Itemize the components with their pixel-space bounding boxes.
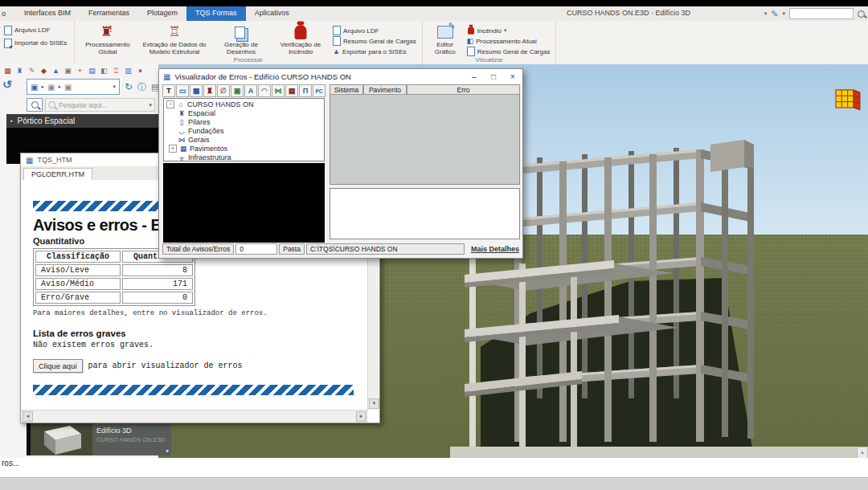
mini-toolbar-icon[interactable]: ♖ (112, 67, 121, 75)
bowtie-tool-icon[interactable]: ⋈ (272, 84, 285, 97)
grid-tool-icon[interactable]: ▦ (190, 84, 203, 97)
htm-window-title: TQS_HTM (37, 156, 72, 164)
scroll-left-icon[interactable]: ◂ (23, 411, 33, 422)
edificio-3d-list-item[interactable]: Edifício 3D CURSO HANDS ON.E3D ▾ (27, 423, 171, 455)
titlebar-search-input[interactable] (789, 8, 854, 19)
mini-toolbar-icon[interactable]: ▦ (3, 67, 12, 75)
col-erro[interactable]: Erro (407, 84, 520, 95)
mini-toolbar-icon[interactable]: ▲ (51, 67, 60, 75)
error-preview-pane[interactable] (163, 163, 325, 243)
group-label-visualizar: Visualizar (423, 56, 556, 63)
panel-search-input[interactable]: Pesquise aqui... ▾ (45, 98, 155, 112)
tab-plotagem[interactable]: Plotagem (138, 6, 186, 21)
processamento-atual-button[interactable]: ◧ Processamento Atual (465, 36, 553, 46)
scroll-down-icon[interactable]: ▾ (369, 398, 379, 409)
mini-toolbar-icon[interactable]: ▥ (124, 67, 133, 75)
status-text: ros... (2, 459, 19, 468)
expand-icon[interactable]: + (169, 145, 177, 153)
pc-tool-icon[interactable]: PC (313, 84, 326, 97)
tree-item-gerais[interactable]: ⋈ Gerais (164, 135, 324, 144)
arquivo-ldf-2-button[interactable]: Arquivo LDF (330, 26, 419, 35)
null-tool-icon[interactable]: ∅ (217, 84, 230, 97)
resumo-cargas-button[interactable]: Resumo Geral de Cargas (330, 36, 419, 46)
maximize-button[interactable]: □ (484, 72, 503, 81)
tree-item-espacial[interactable]: ♜ Espacial (164, 108, 324, 117)
tree-root-curso-hands-on[interactable]: − ⌂ CURSO HANDS ON (164, 100, 324, 108)
col-sistema[interactable]: Sistema (330, 84, 363, 95)
htm-horizontal-scrollbar[interactable]: ◂ ▸ (21, 410, 368, 423)
tree-item-infraestrutura[interactable]: ╥ Infraestrutura (164, 153, 324, 161)
collapse-icon[interactable]: − (166, 100, 174, 108)
text-tool-icon[interactable]: T (162, 84, 175, 97)
ribbon-tabs: Interfaces BIM Ferramentas Plotagem TQS … (15, 6, 298, 21)
pillars-tool-icon[interactable]: Π (299, 84, 312, 97)
reload-icon[interactable]: ↺ (2, 78, 12, 91)
structure-tool-icon[interactable]: ♜ (203, 84, 216, 97)
chevron-down-icon[interactable]: ▾ (166, 447, 169, 455)
dialog-toolbar: T ▭ ▦ ♜ ∅ ▣ A ◠ ⋈ ▤ Π PC PV (162, 84, 342, 97)
cell-label: Aviso/Leve (35, 264, 121, 276)
tree-item-fundacoes[interactable]: ◡ Fundações (164, 126, 324, 135)
extracao-dados-button[interactable]: ♖ Extração de Dados do Modelo Estrutural (137, 22, 211, 56)
slab-tool-icon[interactable]: ▣ (231, 84, 244, 97)
processamento-global-button[interactable]: ♜! Processamento Global (78, 22, 137, 56)
scroll-right-icon[interactable]: ▸ (356, 411, 366, 422)
portico-espacial-header[interactable]: ▪ Pórtico Espacial (6, 114, 158, 128)
edit-pencil-icon[interactable]: ✎ (771, 9, 778, 19)
info-icon[interactable]: ⓘ (137, 81, 146, 93)
error-detail-box[interactable] (330, 188, 520, 239)
arquivo-ldf-button[interactable]: Arquivo LDF (2, 25, 72, 35)
search-placeholder: Pesquise aqui... (59, 101, 107, 109)
geracao-desenhos-button[interactable]: Geração de Desenhos (211, 22, 271, 56)
mini-toolbar-icon[interactable]: ◆ (39, 67, 48, 75)
tree-item-pavimentos[interactable]: + ▦ Pavimentos (164, 144, 324, 153)
dimension-tool-icon[interactable]: A (244, 84, 257, 97)
model-selector[interactable]: ▣ ▸ ▣ ▸ ▣ ▾ (27, 79, 120, 95)
masonry-tool-icon[interactable]: ▤ (285, 84, 298, 97)
arquivo-ldf-label: Arquivo LDF (14, 27, 50, 34)
cell-value: 0 (122, 292, 193, 304)
mini-toolbar-icon[interactable]: ♜ (15, 67, 24, 75)
mini-toolbar-icon[interactable]: ● (136, 67, 145, 75)
tab-tqs-formas[interactable]: TQS Formas (186, 6, 246, 21)
error-list-pane: Sistema Pavimento Erro (330, 84, 520, 239)
importar-sises-button[interactable]: ▼ Importar do SISEs (2, 38, 72, 48)
title-dropdown-icon[interactable]: ▾ (764, 10, 768, 17)
close-button[interactable]: × (503, 72, 522, 81)
editor-grafico-button[interactable]: ✎ Editor Gráfico (426, 22, 465, 56)
pilares-icon: ▯ (178, 118, 186, 126)
clique-aqui-button[interactable]: Clique aqui (33, 359, 83, 373)
tab-pgloerr[interactable]: PGLOERR.HTM (23, 168, 92, 180)
mini-toolbar-icon[interactable]: + (76, 67, 84, 75)
pencil-dropdown-icon[interactable]: ▾ (782, 10, 785, 17)
col-pavimento[interactable]: Pavimento (363, 84, 407, 95)
search-button[interactable] (27, 98, 43, 112)
up-arrow-icon: ▲ (333, 47, 340, 55)
tab-interfaces-bim[interactable]: Interfaces BIM (15, 6, 80, 21)
incendio-button[interactable]: Incêndio ▾ (465, 26, 553, 35)
caret-right-icon: ▸ (58, 84, 61, 90)
mini-toolbar-icon[interactable]: ◧ (100, 67, 108, 75)
mais-detalhes-link[interactable]: Mais Detalhes (471, 245, 519, 253)
tree-item-pilares[interactable]: ▯ Pilares (164, 117, 324, 126)
mini-toolbar-icon[interactable]: ▤ (88, 67, 96, 75)
arch-tool-icon[interactable]: ◠ (258, 84, 271, 97)
tab-aplicativos[interactable]: Aplicativos (246, 6, 298, 21)
viewport-scroll-nub[interactable]: ▴ (857, 447, 868, 459)
hydrant-icon (468, 27, 474, 35)
exportar-sises-button[interactable]: ▲ Exportar para o SISEs (330, 47, 419, 56)
search-icon[interactable] (858, 10, 865, 18)
view-cube[interactable] (833, 84, 865, 112)
dialog-titlebar[interactable]: ▦ Visualizador de Erros - Edifício CURSO… (159, 69, 522, 84)
verificacao-incendio-button[interactable]: Verificação de Incêndio (271, 22, 330, 56)
resumo-cargas-2-button[interactable]: Resumo Geral de Cargas (465, 47, 553, 56)
rectangle-tool-icon[interactable]: ▭ (176, 84, 189, 97)
refresh-icon[interactable]: ↻ (125, 81, 133, 92)
minimize-button[interactable]: – (465, 72, 484, 81)
error-list[interactable] (330, 95, 520, 185)
cell-label: Aviso/Médio (35, 278, 121, 290)
tab-ferramentas[interactable]: Ferramentas (80, 6, 138, 21)
mini-toolbar-icon[interactable]: ✎ (27, 67, 36, 75)
mini-toolbar-icon[interactable]: ▣ (63, 67, 72, 75)
partial-menu-item[interactable]: o (2, 10, 6, 18)
